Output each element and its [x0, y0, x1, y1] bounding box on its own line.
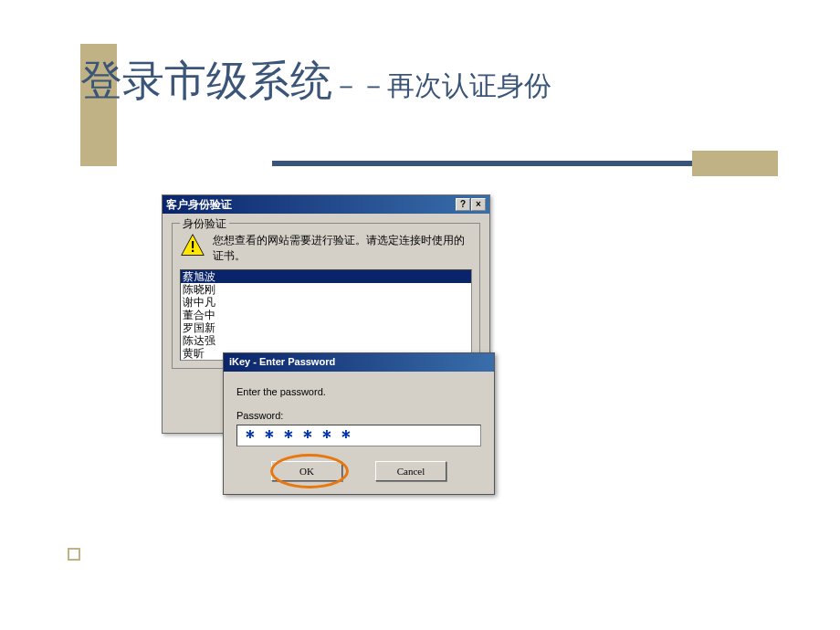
dialog2-titlebar[interactable]: iKey - Enter Password [224, 353, 494, 372]
title-area: 登录市级系统－－再次认证身份 [80, 53, 774, 117]
ok-button[interactable]: OK [271, 461, 342, 481]
title-sub: －－再次认证身份 [332, 70, 551, 100]
identity-groupbox: 身份验证 ! 您想查看的网站需要进行验证。请选定连接时使用的证书。 蔡旭波 陈晓… [172, 223, 480, 369]
dialog2-title: iKey - Enter Password [229, 356, 335, 367]
list-item[interactable]: 陈晓刚 [181, 283, 471, 296]
decor-square [68, 548, 80, 561]
dialog1-titlebar-buttons: ? × [456, 198, 486, 211]
list-item[interactable]: 罗国新 [181, 321, 471, 334]
list-item[interactable]: 陈达强 [181, 334, 471, 347]
warning-row: ! 您想查看的网站需要进行验证。请选定连接时使用的证书。 [180, 233, 472, 264]
warning-icon: ! [180, 233, 205, 258]
slide: 登录市级系统－－再次认证身份 客户身份验证 ? × 身份验证 ! 您想查看的网站… [0, 0, 840, 630]
list-item[interactable]: 谢中凡 [181, 296, 471, 309]
certificate-list[interactable]: 蔡旭波 陈晓刚 谢中凡 董合中 罗国新 陈达强 黄昕 [180, 269, 472, 361]
dialog2-body: Enter the password. Password: ＊＊＊＊＊＊ OK … [224, 372, 494, 494]
decor-line [272, 161, 751, 166]
list-item[interactable]: 董合中 [181, 309, 471, 321]
svg-text:!: ! [190, 239, 194, 255]
help-button[interactable]: ? [456, 198, 470, 211]
cancel-button[interactable]: Cancel [375, 461, 446, 481]
ikey-password-dialog: iKey - Enter Password Enter the password… [223, 352, 495, 495]
password-input[interactable]: ＊＊＊＊＊＊ [236, 425, 481, 446]
title-main: 登录市级系统 [80, 58, 332, 104]
dialog1-titlebar[interactable]: 客户身份验证 ? × [163, 195, 489, 214]
groupbox-label: 身份验证 [180, 216, 229, 232]
close-button[interactable]: × [471, 198, 486, 211]
dialog2-buttons: OK Cancel [236, 461, 481, 481]
instruction-text: Enter the password. [236, 386, 481, 397]
dialog1-title: 客户身份验证 [166, 197, 232, 213]
warning-text: 您想查看的网站需要进行验证。请选定连接时使用的证书。 [213, 233, 472, 264]
password-label: Password: [236, 410, 481, 421]
list-item[interactable]: 蔡旭波 [181, 270, 471, 283]
decor-bar-right [692, 151, 778, 176]
